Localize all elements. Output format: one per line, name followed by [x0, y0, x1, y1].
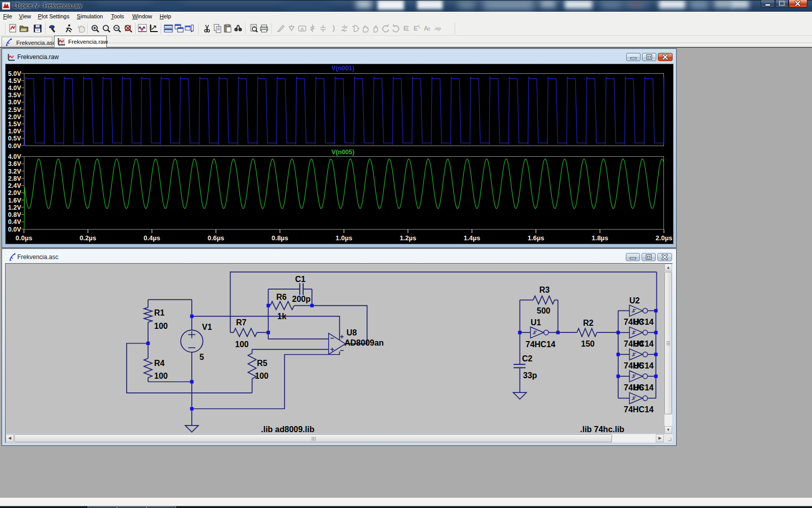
svg-text:R6: R6 [276, 293, 287, 301]
svg-text:1k: 1k [277, 312, 286, 321]
svg-text:2.4V: 2.4V [8, 182, 21, 189]
svg-text:100: 100 [235, 340, 249, 349]
svg-text:AD8009an: AD8009an [344, 338, 384, 347]
svg-text:0.6µs: 0.6µs [208, 234, 224, 242]
svg-text:74HC14: 74HC14 [624, 405, 654, 414]
svg-text:U3: U3 [633, 318, 644, 326]
svg-text:0.4V: 0.4V [8, 218, 21, 225]
svg-text:1.6µs: 1.6µs [528, 234, 544, 242]
svg-text:.lib ad8009.lib: .lib ad8009.lib [261, 425, 314, 434]
svg-text:3.0V: 3.0V [8, 99, 21, 106]
svg-text:2.0V: 2.0V [8, 189, 21, 196]
svg-text:R2: R2 [583, 319, 594, 327]
svg-text:500: 500 [537, 306, 550, 315]
svg-text:3.5V: 3.5V [8, 92, 21, 99]
svg-text:2.8V: 2.8V [8, 175, 21, 182]
svg-text:0.0V: 0.0V [8, 143, 21, 150]
svg-text:100: 100 [154, 322, 168, 330]
svg-text:150: 150 [581, 340, 595, 348]
svg-text:5.0V: 5.0V [8, 70, 21, 77]
svg-text:2.0µs: 2.0µs [656, 234, 673, 242]
svg-text:1.6V: 1.6V [8, 197, 21, 204]
svg-text:a: a [427, 26, 430, 32]
svg-text:2.0V: 2.0V [8, 114, 21, 121]
svg-text:R5: R5 [257, 359, 268, 368]
svg-text:3.2V: 3.2V [8, 168, 21, 175]
svg-text:U4: U4 [633, 340, 644, 348]
svg-text:4.5V: 4.5V [8, 77, 21, 84]
svg-text:100: 100 [154, 372, 168, 380]
svg-text:0.5V: 0.5V [8, 135, 21, 142]
svg-text:R7: R7 [236, 318, 247, 327]
svg-text:1.2µs: 1.2µs [399, 234, 416, 242]
svg-text:E: E [414, 25, 418, 32]
svg-text:200p: 200p [292, 295, 311, 303]
svg-text:R1: R1 [154, 308, 165, 317]
svg-text:2.5V: 2.5V [8, 106, 21, 114]
svg-text:R3: R3 [539, 286, 550, 294]
svg-text:0.2µs: 0.2µs [79, 234, 96, 242]
svg-text:1.5V: 1.5V [8, 121, 21, 128]
svg-text:U5: U5 [633, 361, 644, 370]
svg-text:V1: V1 [202, 323, 212, 331]
svg-text:U6: U6 [633, 383, 644, 392]
svg-text:100: 100 [255, 372, 269, 380]
svg-text:0.0V: 0.0V [8, 226, 21, 233]
svg-text:1.0µs: 1.0µs [336, 234, 353, 242]
svg-text:1.8µs: 1.8µs [592, 234, 608, 242]
svg-text:1.4µs: 1.4µs [463, 234, 480, 242]
svg-text:C2: C2 [522, 354, 533, 363]
svg-text:33p: 33p [523, 371, 537, 380]
svg-text:V(n001): V(n001) [331, 65, 354, 72]
svg-text:U8: U8 [346, 328, 357, 337]
svg-text:3.6V: 3.6V [8, 160, 21, 167]
svg-text:U1: U1 [531, 318, 541, 327]
svg-text:4.0V: 4.0V [8, 84, 21, 92]
svg-text:U2: U2 [629, 296, 640, 305]
svg-text:0.8µs: 0.8µs [272, 234, 288, 242]
svg-text:R4: R4 [154, 359, 165, 368]
svg-text:4.0V: 4.0V [8, 153, 21, 160]
svg-text:1.0V: 1.0V [8, 128, 21, 135]
svg-text:C1: C1 [295, 275, 306, 284]
svg-text:.lib 74hc.lib: .lib 74hc.lib [580, 425, 624, 434]
svg-text:V(n005): V(n005) [331, 149, 354, 156]
svg-text:.op: .op [434, 26, 441, 31]
svg-text:74HC14: 74HC14 [526, 340, 556, 349]
svg-text:0.8V: 0.8V [8, 211, 21, 218]
svg-text:1.2V: 1.2V [8, 204, 21, 211]
svg-text:0.4µs: 0.4µs [143, 234, 160, 242]
svg-text:5: 5 [199, 353, 204, 361]
svg-text:0.0µs: 0.0µs [16, 234, 33, 242]
svg-text:E: E [403, 25, 408, 32]
svg-text:A: A [301, 26, 304, 32]
